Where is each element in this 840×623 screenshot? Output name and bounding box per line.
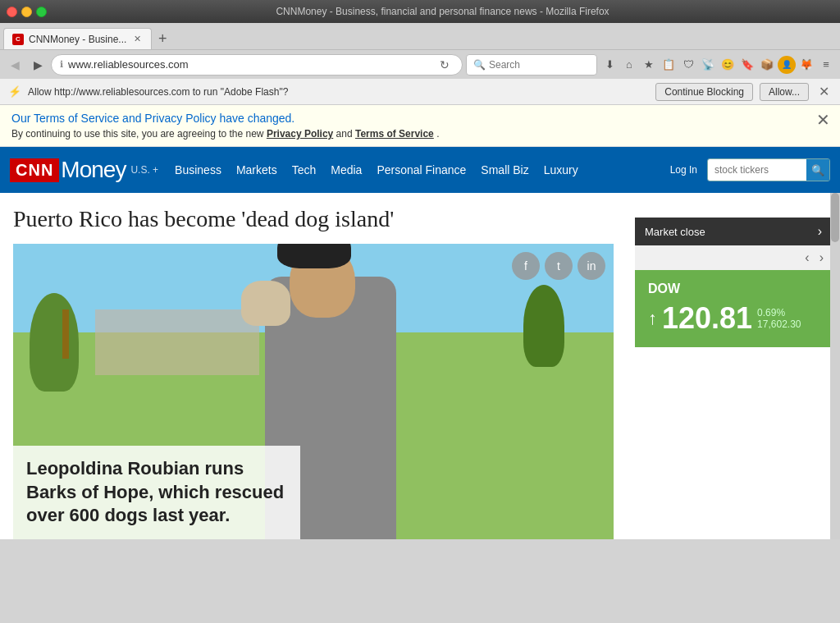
bookmark-icon[interactable]: ★ <box>640 56 658 74</box>
window-controls[interactable] <box>7 7 47 17</box>
privacy-policy-link[interactable]: Privacy Policy <box>267 128 333 140</box>
nav-link-media[interactable]: Media <box>331 163 362 176</box>
secure-icon: ℹ <box>60 59 63 70</box>
nav-icons: ⬇ ⌂ ★ 📋 🛡 📡 😊 🔖 📦 👤 🦊 ≡ <box>600 56 835 74</box>
nav-link-markets[interactable]: Markets <box>236 163 277 176</box>
search-input[interactable] <box>489 59 590 71</box>
continue-blocking-button[interactable]: Continue Blocking <box>655 83 753 101</box>
cnn-logo[interactable]: CNN <box>10 158 59 182</box>
twitter-icon: t <box>557 259 560 273</box>
flash-close-button[interactable]: ✕ <box>815 84 832 100</box>
title-bar: CNNMoney - Business, financial and perso… <box>0 0 840 23</box>
market-nav: ‹ › <box>635 245 832 270</box>
article-image: Leopoldina Roubian runs Barks of Hope, w… <box>13 244 614 539</box>
home-icon[interactable]: ⌂ <box>620 56 638 74</box>
dow-percent: 0.69% <box>757 307 801 318</box>
terms-title: Our Terms of Service and Privacy Policy … <box>11 112 829 125</box>
firefox-icon[interactable]: 🦊 <box>797 56 815 74</box>
dow-base-value: 17,602.30 <box>757 318 801 330</box>
nav-link-tech[interactable]: Tech <box>292 163 317 176</box>
extensions-icon[interactable]: 📦 <box>758 56 776 74</box>
money-logo[interactable]: Money <box>61 157 126 183</box>
download-icon[interactable]: ⬇ <box>600 56 619 74</box>
linkedin-share-button[interactable]: in <box>578 252 605 280</box>
back-button[interactable]: ◀ <box>5 55 25 75</box>
log-in-link[interactable]: Log In <box>670 164 697 176</box>
emoji-icon[interactable]: 😊 <box>719 56 737 74</box>
bookmark-list-icon[interactable]: 🔖 <box>738 56 756 74</box>
market-close-bar[interactable]: Market close › <box>635 218 832 245</box>
tab-favicon: C <box>12 34 24 45</box>
terms-notification-bar: Our Terms of Service and Privacy Policy … <box>0 105 840 147</box>
nav-link-business[interactable]: Business <box>175 163 221 176</box>
stock-input[interactable] <box>708 159 806 181</box>
market-close-label: Market close <box>645 226 705 238</box>
flash-notification-bar: ⚡ Allow http://www.reliablesources.com t… <box>0 79 840 105</box>
scrollbar[interactable] <box>830 193 840 539</box>
dow-up-arrow: ↑ <box>648 308 657 329</box>
refresh-button[interactable]: ↻ <box>436 56 454 74</box>
nav-link-luxury[interactable]: Luxury <box>544 163 578 176</box>
cnn-logo-small: C <box>16 35 21 43</box>
dow-widget: DOW ↑ 120.81 0.69% 17,602.30 <box>635 270 832 347</box>
stock-search-bar[interactable]: 🔍 <box>707 158 830 181</box>
terms-close-button[interactable]: ✕ <box>816 112 830 128</box>
tab-label: CNNMoney - Busine... <box>29 34 126 45</box>
search-bar[interactable]: 🔍 <box>466 54 597 76</box>
market-close-arrow: › <box>818 224 822 239</box>
url-bar[interactable]: ℹ www.reliablesources.com ↻ <box>51 54 463 76</box>
shield-icon[interactable]: 🛡 <box>679 56 697 74</box>
terms-of-service-link[interactable]: Terms of Service <box>355 128 434 140</box>
edition-selector[interactable]: U.S. + <box>130 164 158 176</box>
clipboard-icon[interactable]: 📋 <box>660 56 678 74</box>
dow-number: 120.81 <box>662 301 752 336</box>
terms-period: . <box>436 128 439 140</box>
menu-icon[interactable]: ≡ <box>817 56 835 74</box>
nav-link-small-biz[interactable]: Small Biz <box>481 163 528 176</box>
scrollbar-thumb[interactable] <box>831 193 839 242</box>
tab-close-button[interactable]: ✕ <box>131 34 143 45</box>
social-icons: f t in <box>512 252 605 280</box>
market-widget: Market close › ‹ › DOW ↑ 120.81 0.69% 17… <box>627 193 840 539</box>
new-tab-button[interactable]: + <box>152 28 173 49</box>
article-caption: Leopoldina Roubian runs Barks of Hope, w… <box>13 446 300 539</box>
linkedin-icon: in <box>587 259 596 273</box>
allow-button[interactable]: Allow... <box>760 83 809 101</box>
nav-link-personal-finance[interactable]: Personal Finance <box>377 163 466 176</box>
article-title: Puerto Rico has become 'dead dog island' <box>13 206 614 232</box>
user-avatar[interactable]: 👤 <box>778 56 796 74</box>
market-next-button[interactable]: › <box>816 249 827 267</box>
browser-tab[interactable]: C CNNMoney - Busine... ✕ <box>3 28 152 49</box>
facebook-share-button[interactable]: f <box>512 252 540 280</box>
maximize-button[interactable] <box>36 7 47 17</box>
terms-body: By continuing to use this site, you are … <box>11 128 829 140</box>
dow-side-info: 0.69% 17,602.30 <box>757 307 801 330</box>
nav-bar: ◀ ▶ ℹ www.reliablesources.com ↻ 🔍 ⬇ ⌂ ★ … <box>0 49 840 79</box>
terms-body-text: By continuing to use this site, you are … <box>11 128 264 140</box>
main-article: Puerto Rico has become 'dead dog island'… <box>0 193 627 539</box>
flash-plugin-icon: ⚡ <box>8 85 21 98</box>
tab-bar: C CNNMoney - Busine... ✕ + <box>0 23 840 49</box>
twitter-share-button[interactable]: t <box>545 252 573 280</box>
rss-icon[interactable]: 📡 <box>699 56 717 74</box>
minimize-button[interactable] <box>21 7 32 17</box>
page-content: Puerto Rico has become 'dead dog island'… <box>0 193 840 539</box>
caption-text: Leopoldina Roubian runs Barks of Hope, w… <box>26 457 287 528</box>
market-prev-button[interactable]: ‹ <box>801 249 812 267</box>
url-text: www.reliablesources.com <box>68 58 431 71</box>
search-icon: 🔍 <box>473 59 486 71</box>
facebook-icon: f <box>524 259 527 273</box>
window-title: CNNMoney - Business, financial and perso… <box>52 6 833 17</box>
forward-button[interactable]: ▶ <box>28 55 48 75</box>
stock-search-button[interactable]: 🔍 <box>806 158 829 181</box>
dow-value-row: ↑ 120.81 0.69% 17,602.30 <box>648 301 819 336</box>
dow-label: DOW <box>648 282 819 296</box>
flash-notification-text: Allow http://www.reliablesources.com to … <box>28 86 649 98</box>
terms-and-text: and <box>336 128 355 140</box>
cnn-money-nav: CNN Money U.S. + Business Markets Tech M… <box>0 147 840 193</box>
close-button[interactable] <box>7 7 17 17</box>
main-nav-links: Business Markets Tech Media Personal Fin… <box>175 163 670 176</box>
